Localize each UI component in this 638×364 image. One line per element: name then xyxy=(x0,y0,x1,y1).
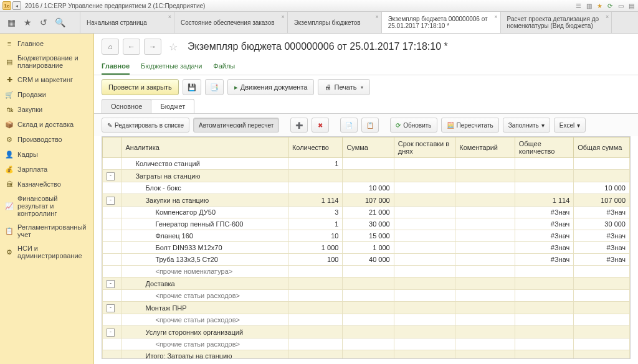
col-total-sum[interactable]: Общая сумма xyxy=(574,138,630,158)
app-tab[interactable]: Экземпляры бюджетов× xyxy=(288,12,382,33)
cell-sum[interactable] xyxy=(343,158,394,170)
cell-qty[interactable]: 10 xyxy=(288,230,342,242)
cell-sum[interactable]: 21 000 xyxy=(343,207,394,218)
table-row[interactable]: Количество станций1 xyxy=(103,158,630,170)
cell-analytics[interactable]: <прочие статьи расходов> xyxy=(121,338,288,350)
table-row[interactable]: Компенсатор ДУ50321 000#Знач#Знач xyxy=(103,207,630,218)
cell-qty[interactable] xyxy=(288,182,342,194)
cell-total-qty[interactable]: #Знач xyxy=(515,207,573,218)
cell-delivery[interactable] xyxy=(394,207,455,218)
cell-delivery[interactable] xyxy=(394,350,455,360)
app-tab[interactable]: Состояние обеспечения заказов× xyxy=(174,12,288,33)
cell-qty[interactable] xyxy=(288,314,342,326)
nav-item[interactable]: ✚CRM и маркетинг xyxy=(0,72,93,87)
close-icon[interactable]: × xyxy=(375,14,378,20)
cell-analytics[interactable]: <прочие статьи расходов> xyxy=(121,290,288,302)
nav-item[interactable]: ⚙Производство xyxy=(0,132,93,147)
table-row[interactable]: -Монтаж ПНР xyxy=(103,302,630,314)
cell-sum[interactable] xyxy=(343,290,394,302)
titlebar-icon[interactable]: ☰ xyxy=(574,1,583,10)
close-icon[interactable]: × xyxy=(281,14,284,20)
app-tab[interactable]: Начальная страница× xyxy=(80,12,174,33)
cell-qty[interactable] xyxy=(288,290,342,302)
col-delivery[interactable]: Срок поставки в днях xyxy=(394,138,455,158)
edit-in-list-button[interactable]: ✎ Редактировать в списке xyxy=(102,118,189,133)
cell-total-sum[interactable] xyxy=(574,314,630,326)
cell-comment[interactable] xyxy=(455,314,515,326)
cell-analytics[interactable]: Компенсатор ДУ50 xyxy=(121,207,288,218)
cell-total-qty[interactable]: #Знач xyxy=(515,230,573,242)
cell-sum[interactable] xyxy=(343,266,394,278)
expand-icon[interactable]: - xyxy=(107,280,115,288)
subtab-budget[interactable]: Бюджет xyxy=(151,99,194,113)
cell-total-sum[interactable] xyxy=(574,326,630,338)
table-row[interactable]: <прочие статьи расходов> xyxy=(103,338,630,350)
cell-analytics[interactable]: Блок - бокс xyxy=(121,182,288,194)
cell-analytics[interactable]: Затраты на станцию xyxy=(121,170,288,182)
paste-button[interactable]: 📋 xyxy=(361,118,379,133)
cell-comment[interactable] xyxy=(455,182,515,194)
cell-delivery[interactable] xyxy=(394,302,455,314)
cell-comment[interactable] xyxy=(455,170,515,182)
tab-main[interactable]: Главное xyxy=(102,60,130,75)
cell-delivery[interactable] xyxy=(394,254,455,266)
table-row[interactable]: <прочие статьи расходов> xyxy=(103,290,630,302)
cell-total-sum[interactable] xyxy=(574,290,630,302)
cell-total-sum[interactable] xyxy=(574,338,630,350)
titlebar-icon[interactable]: ▭ xyxy=(616,1,625,10)
cell-analytics[interactable]: Труба 133х3,5 Ст20 xyxy=(121,254,288,266)
cell-comment[interactable] xyxy=(455,266,515,278)
cell-sum[interactable] xyxy=(343,170,394,182)
cell-qty[interactable]: 1 000 xyxy=(288,242,342,254)
tab-files[interactable]: Файлы xyxy=(213,60,235,75)
table-row[interactable]: <прочие номенклатура> xyxy=(103,266,630,278)
history-icon[interactable]: ↺ xyxy=(39,17,49,27)
star-icon[interactable]: ☆ xyxy=(165,39,181,54)
nav-item[interactable]: ⚙НСИ и администрирование xyxy=(0,241,93,263)
recalc-button[interactable]: 🧮 Пересчитать xyxy=(441,118,499,133)
cell-sum[interactable] xyxy=(343,278,394,290)
close-icon[interactable]: × xyxy=(606,14,609,20)
col-qty[interactable]: Количество xyxy=(288,138,342,158)
apps-icon[interactable]: ▦ xyxy=(6,17,16,27)
nav-item[interactable]: 🛍Закупки xyxy=(0,102,93,117)
cell-total-sum[interactable]: 107 000 xyxy=(574,194,630,207)
cell-analytics[interactable]: Болт DIN933 М12х70 xyxy=(121,242,288,254)
cell-qty[interactable]: 1 xyxy=(288,218,342,230)
col-total-qty[interactable]: Общее количество xyxy=(515,138,573,158)
cell-analytics[interactable]: Закупки на станцию xyxy=(121,194,288,207)
cell-total-qty[interactable] xyxy=(515,290,573,302)
cell-qty[interactable]: 3 xyxy=(288,207,342,218)
cell-sum[interactable]: 30 000 xyxy=(343,218,394,230)
cell-sum[interactable]: 10 000 xyxy=(343,182,394,194)
cell-total-qty[interactable] xyxy=(515,170,573,182)
table-row[interactable]: <прочие статьи расходов> xyxy=(103,314,630,326)
table-row[interactable]: Блок - бокс10 00010 000 xyxy=(103,182,630,194)
post-and-close-button[interactable]: Провести и закрыть xyxy=(102,79,179,95)
cell-comment[interactable] xyxy=(455,350,515,360)
cell-total-qty[interactable] xyxy=(515,158,573,170)
cell-analytics[interactable]: <прочие статьи расходов> xyxy=(121,314,288,326)
tab-tasks[interactable]: Бюджетные задачи xyxy=(141,60,202,75)
cell-delivery[interactable] xyxy=(394,278,455,290)
cell-total-sum[interactable]: #Знач xyxy=(574,242,630,254)
cell-comment[interactable] xyxy=(455,302,515,314)
home-button[interactable]: ⌂ xyxy=(102,39,119,55)
cell-total-qty[interactable] xyxy=(515,302,573,314)
cell-analytics[interactable]: Доставка xyxy=(121,278,288,290)
delete-button[interactable]: ✖ xyxy=(312,118,329,133)
expand-icon[interactable]: - xyxy=(107,197,115,205)
cell-qty[interactable] xyxy=(288,266,342,278)
cell-total-sum[interactable]: #Знач xyxy=(574,254,630,266)
cell-qty[interactable] xyxy=(288,326,342,338)
add-button[interactable]: ➕ xyxy=(290,118,308,133)
table-row[interactable]: -Закупки на станцию1 114107 0001 114107 … xyxy=(103,194,630,207)
cell-total-sum[interactable] xyxy=(574,158,630,170)
cell-delivery[interactable] xyxy=(394,158,455,170)
titlebar-icon[interactable]: ★ xyxy=(595,1,604,10)
window-menu-icon[interactable]: 1c xyxy=(2,1,11,10)
cell-delivery[interactable] xyxy=(394,242,455,254)
app-tab[interactable]: Расчет проекта детализация дономенклатур… xyxy=(501,12,612,33)
cell-analytics[interactable]: Услуги сторонних организаций xyxy=(121,326,288,338)
cell-total-qty[interactable] xyxy=(515,338,573,350)
